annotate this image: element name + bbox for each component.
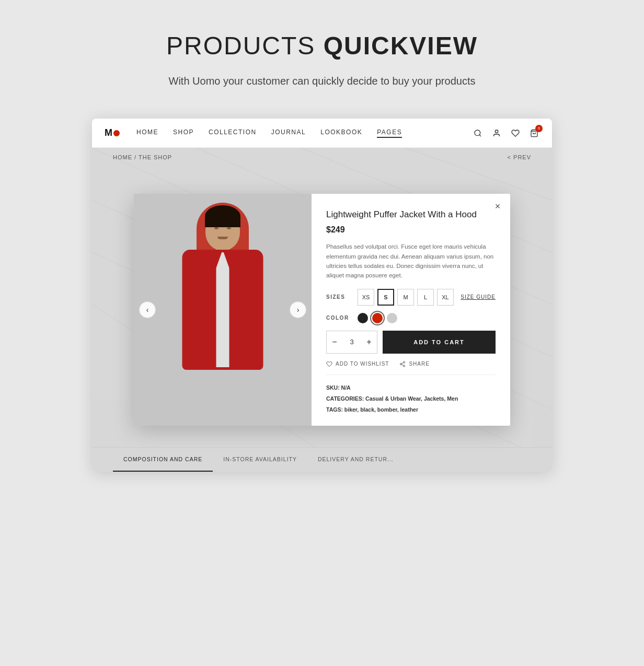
title-bold: QUICKVIEW — [324, 32, 478, 60]
navbar-icons: 0 — [473, 128, 539, 138]
tags-row: TAGS: biker, black, bomber, leather — [326, 404, 496, 415]
size-guide-link[interactable]: SIZE GUIDE — [461, 294, 496, 300]
image-next-arrow[interactable]: › — [290, 301, 306, 318]
size-xl[interactable]: XL — [437, 289, 454, 306]
color-row: COLOR — [326, 313, 496, 323]
size-l[interactable]: L — [417, 289, 434, 306]
add-to-wishlist-link[interactable]: ADD TO WISHLIST — [326, 361, 389, 367]
nav-links: HOME SHOP COLLECTION JOURNAL LOOKBOOK PA… — [136, 128, 473, 138]
svg-line-15 — [402, 363, 404, 364]
nav-journal[interactable]: JOURNAL — [271, 128, 306, 138]
share-icon — [399, 361, 406, 367]
color-label: COLOR — [326, 315, 352, 321]
categories-value: Casual & Urban Wear, Jackets, Men — [365, 395, 458, 402]
browser-content: HOME / THE SHOP < PREV × — [92, 148, 552, 472]
nav-collection[interactable]: COLLECTION — [209, 128, 257, 138]
svg-point-12 — [400, 363, 402, 365]
sku-row: SKU: N/A — [326, 382, 496, 393]
quantity-value: 3 — [342, 338, 361, 346]
logo-dot — [113, 130, 120, 136]
cart-icon[interactable]: 0 — [529, 128, 539, 138]
categories-row: CATEGORIES: Casual & Urban Wear, Jackets… — [326, 393, 496, 404]
color-red[interactable] — [372, 313, 383, 323]
share-label: SHARE — [409, 361, 429, 367]
svg-point-13 — [404, 365, 405, 367]
size-xs[interactable]: XS — [358, 289, 374, 306]
sizes-label: SIZES — [326, 294, 352, 300]
title-normal: PRODUCTS — [166, 32, 324, 60]
quickview-modal: × — [134, 194, 510, 425]
logo-letter: M — [105, 127, 112, 138]
modal-overlay: × — [92, 148, 552, 472]
svg-point-0 — [475, 130, 480, 136]
color-black[interactable] — [358, 313, 368, 323]
product-meta: SKU: N/A CATEGORIES: Casual & Urban Wear… — [326, 382, 496, 415]
size-options: XS S M L XL — [358, 289, 455, 306]
size-s[interactable]: S — [377, 289, 394, 306]
tags-value: biker, black, bomber, leather — [344, 406, 418, 413]
size-m[interactable]: M — [397, 289, 414, 306]
image-prev-arrow[interactable]: ‹ — [139, 301, 156, 318]
action-links: ADD TO WISHLIST SHARE — [326, 361, 496, 375]
page-header: PRODUCTS QUICKVIEW With Uomo your custom… — [166, 31, 478, 110]
svg-point-2 — [495, 130, 498, 133]
color-options — [358, 313, 397, 323]
quantity-decrease[interactable]: − — [327, 331, 342, 354]
nav-home[interactable]: HOME — [136, 128, 158, 138]
svg-line-14 — [402, 364, 404, 365]
wishlist-label: ADD TO WISHLIST — [336, 361, 389, 367]
quantity-control: − 3 + — [326, 331, 377, 354]
wishlist-icon[interactable] — [510, 128, 521, 138]
close-button[interactable]: × — [491, 200, 504, 213]
page-subtitle: With Uomo your customer can quickly deci… — [166, 73, 478, 89]
svg-point-11 — [404, 361, 405, 363]
sizes-row: SIZES XS S M L XL SIZE GUIDE — [326, 289, 496, 306]
color-gray[interactable] — [387, 313, 397, 323]
heart-icon — [326, 361, 332, 367]
account-icon[interactable] — [491, 128, 502, 138]
logo: M — [105, 127, 120, 138]
sku-value: N/A — [341, 384, 351, 391]
svg-line-1 — [479, 135, 481, 136]
product-title: Lightweight Puffer Jacket With a Hood — [326, 208, 496, 221]
navbar: M HOME SHOP COLLECTION JOURNAL LOOKBOOK … — [92, 119, 552, 148]
quantity-increase[interactable]: + — [361, 331, 377, 354]
categories-label: CATEGORIES: — [326, 395, 364, 402]
add-to-cart-button[interactable]: ADD TO CART — [383, 331, 496, 354]
share-link[interactable]: SHARE — [399, 361, 429, 367]
browser-mockup: M HOME SHOP COLLECTION JOURNAL LOOKBOOK … — [92, 119, 552, 472]
nav-pages[interactable]: PAGES — [377, 128, 402, 138]
nav-lookbook[interactable]: LOOKBOOK — [320, 128, 362, 138]
sku-label: SKU: — [326, 384, 340, 391]
cart-badge: 0 — [535, 125, 543, 132]
product-image-panel: ‹ › — [134, 194, 312, 425]
page-title: PRODUCTS QUICKVIEW — [166, 31, 478, 60]
product-price: $249 — [326, 225, 496, 235]
quantity-cart-row: − 3 + ADD TO CART — [326, 331, 496, 354]
nav-shop[interactable]: SHOP — [173, 128, 194, 138]
product-description: Phasellus sed volutpat orci. Fusce eget … — [326, 242, 496, 281]
product-info-panel: Lightweight Puffer Jacket With a Hood $2… — [312, 194, 510, 425]
search-icon[interactable] — [473, 128, 483, 138]
tags-label: TAGS: — [326, 406, 343, 413]
